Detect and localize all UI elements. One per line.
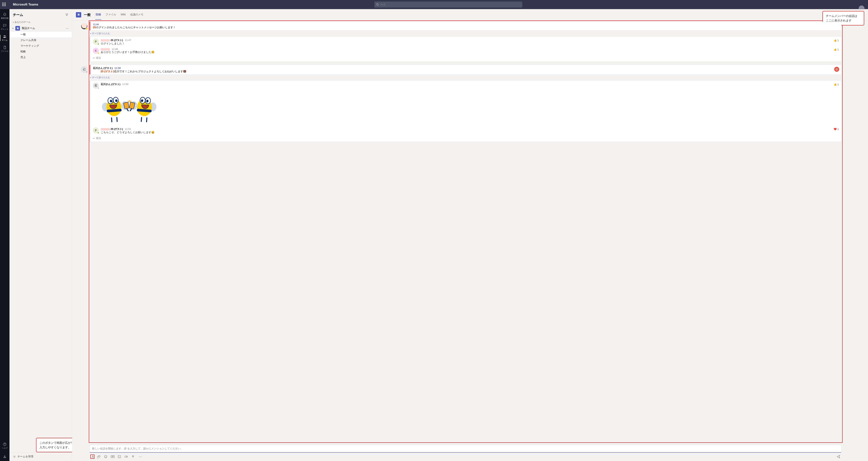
channel-item[interactable]: 戦略 [9,49,72,55]
sticker-button[interactable] [118,455,122,458]
rail-label: チャット [1,28,8,31]
caret-down-icon: ▾ [12,27,13,29]
thread-avatar[interactable]: 石 [81,66,88,73]
channel-tile-icon: 製 [76,12,81,18]
team-row[interactable]: ▾ 製 製品チーム ⋯ [9,25,72,32]
rail-chat[interactable]: チャット [0,22,9,32]
file-icon [3,45,7,49]
svg-point-0 [377,4,378,5]
emoji-button[interactable] [104,455,108,458]
svg-point-10 [106,456,106,457]
more-button[interactable]: ⋯ [138,455,142,459]
reply-row[interactable]: P 25 (ゲスト) 11:51 こちらこそ、どうぞよろしくお願いします😄 ❤️… [90,126,841,135]
reply-time: 11:48 [112,48,118,51]
reaction[interactable]: 👍1 [834,48,839,51]
compose-input[interactable]: 新しい会話を開始します。@ を入力して、誰かにメンションしてください。 [90,445,841,453]
reply-action[interactable]: ↩返信 [90,135,841,141]
channel-item[interactable]: クレーム共有 [9,37,72,43]
search-input[interactable] [380,3,520,6]
rail-label: 最新情報 [1,17,8,20]
manage-teams-link[interactable]: チームを管理 [9,452,72,461]
reply-author: 25 (ゲスト) [101,127,123,131]
conversation-header: 製 一般 投稿 ファイル Wiki 会議のメモ [72,9,868,21]
reply-row[interactable]: P 25 (ゲスト) 11:47 ログインしました！ 👍1 [90,37,841,47]
bell-icon [3,12,7,16]
app-launcher-icon[interactable] [2,3,6,6]
rail-download[interactable] [0,452,9,461]
reaction[interactable]: ❤️1 [834,128,839,130]
tab-files[interactable]: ファイル [105,10,117,20]
message-time: 11:50 [115,67,121,69]
team-tile-icon: 製 [16,26,20,31]
thread: 11:44 25ログインされましたらこちらにチャットメッセージお願いします！ ▾… [90,22,841,61]
svg-point-14 [119,456,119,457]
collapse-all-link[interactable]: ▾すべて折りたたむ [90,30,841,37]
reply-list: 石 石川さん (ゲスト) 11:50 [90,81,841,142]
message-text: 25 (ゲスト)石川です！これからプロジェクトよろしくおねがいします🐻 [93,70,839,73]
svg-rect-6 [4,457,6,458]
send-button[interactable] [837,455,841,459]
rail-teams[interactable]: チーム [0,33,9,43]
rail-files[interactable]: ファイル [0,44,9,54]
team-list-panel: チーム ▾ あなたのチーム ▾ 製 製品チーム ⋯ 一般 クレーム共有 マーケテ… [9,9,72,461]
reply-time: 11:50 [122,83,128,86]
svg-point-5 [5,445,5,445]
app-rail: 最新情報 チャット チーム ファイル ヘルプ [0,9,9,461]
current-user-avatar[interactable] [859,5,865,9]
channel-general[interactable]: 一般 [9,32,72,37]
reply-icon: ↩ [93,57,95,59]
reply-row[interactable]: 石 石川さん (ゲスト) 11:50 [90,82,841,126]
reply-time: 11:51 [125,127,131,130]
tab-posts[interactable]: 投稿 [95,10,101,20]
reaction[interactable]: 👍1 [834,83,839,86]
reply-author: 石川さん (ゲスト) [101,83,120,86]
svg-point-3 [5,35,6,36]
reply-action[interactable]: ↩返信 [90,55,841,61]
reply-avatar[interactable]: 石 [93,83,99,89]
svg-point-17 [133,456,133,457]
channel-title: 一般 [84,12,91,17]
reply-avatar[interactable]: P [93,38,99,44]
thread-head-card[interactable]: 11:44 25ログインされましたらこちらにチャットメッセージお願いします！ [90,22,841,30]
search-box[interactable] [374,2,522,8]
tab-wiki[interactable]: Wiki [120,10,126,20]
your-teams-label[interactable]: ▾ あなたのチーム [9,19,72,25]
rail-label: チーム [2,39,8,41]
message-time: 11:44 [93,23,839,26]
mention-badge-icon: @ [834,67,839,72]
rail-help[interactable]: ヘルプ [0,441,9,451]
channel-tabs: 投稿 ファイル Wiki 会議のメモ [95,10,144,20]
rail-activity[interactable]: 最新情報 [0,11,9,21]
search-icon [376,3,379,6]
thread-avatar[interactable] [81,23,88,30]
reply-row[interactable]: K 11:48 ありがとうございます！お手数かけました😊 👍1 [90,47,841,55]
attach-button[interactable] [97,455,101,458]
channel-item[interactable]: マーケティング [9,43,72,49]
message-author: 石川さん (ゲスト) [93,66,113,70]
format-button[interactable] [90,455,94,459]
thread-head-card[interactable]: 石川さん (ゲスト)11:50 25 (ゲスト)石川です！これからプロジェクトよ… [90,65,841,74]
meet-now-button[interactable] [124,455,129,458]
caret-down-icon: ▾ [13,21,14,23]
reply-icon: ↩ [93,137,95,140]
composer: 新しい会話を開始します。@ を入力して、誰かにメンションしてください。 GIF … [72,442,868,461]
svg-line-1 [378,5,379,6]
svg-text:GIF: GIF [112,456,114,457]
team-more-icon[interactable]: ⋯ [66,27,69,30]
stream-button[interactable] [131,455,135,458]
filter-icon[interactable] [65,13,68,17]
channel-item[interactable]: 売上 [9,55,72,60]
collapse-all-link[interactable]: ▾すべて折りたたむ [90,74,841,81]
reaction[interactable]: 👍1 [834,39,839,42]
tab-meeting-notes[interactable]: 会議のメモ [130,10,144,20]
svg-rect-13 [118,455,121,458]
sticker-bees-cheers [101,88,158,124]
team-name: 製品チーム [22,27,35,30]
gif-button[interactable]: GIF [111,455,115,458]
title-bar: Microsoft Teams [0,0,868,9]
reply-avatar[interactable]: P [93,127,99,133]
conversation-body[interactable]: 11:44 25ログインされましたらこちらにチャットメッセージお願いします！ ▾… [72,21,868,442]
reply-avatar[interactable]: K [93,48,99,54]
compose-toolbar: GIF ⋯ [90,453,841,459]
reply-list: P 25 (ゲスト) 11:47 ログインしました！ 👍1 [90,37,841,61]
